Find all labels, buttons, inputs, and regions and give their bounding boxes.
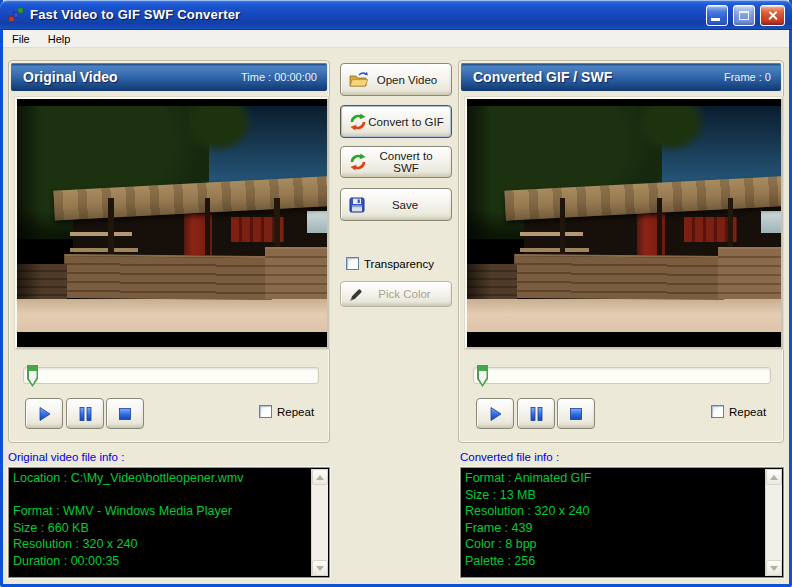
scrollbar[interactable] [765, 469, 782, 576]
repeat-checkbox-row: Repeat [711, 405, 766, 418]
slider-thumb[interactable] [27, 365, 38, 387]
info-line: Palette : 256 [465, 553, 763, 570]
info-line [13, 487, 309, 504]
slider-thumb-face [479, 367, 487, 385]
repeat-checkbox-row: Repeat [259, 405, 314, 418]
convert-to-swf-button[interactable]: Convert to SWF [340, 146, 452, 178]
scene-trees [640, 105, 709, 155]
original-video-panel: Original Video Time : 00:00:00 [8, 60, 330, 443]
maximize-icon [739, 11, 749, 20]
info-line: Frame : 439 [465, 520, 763, 537]
pick-color-label: Pick Color [364, 288, 451, 300]
original-info-text: Location : C:\My_Video\bottleopener.wmv … [13, 470, 309, 575]
video-scene [467, 99, 781, 347]
stop-icon [569, 407, 583, 421]
video-scene [17, 99, 327, 347]
slider-thumb[interactable] [477, 365, 488, 387]
stop-icon [118, 407, 132, 421]
convert-arrows-icon [349, 113, 367, 131]
repeat-label: Repeat [277, 406, 314, 418]
scene-post [108, 198, 114, 260]
menu-bar: File Help [3, 30, 789, 48]
pause-button[interactable] [517, 398, 555, 429]
scrollbar-track[interactable] [312, 485, 328, 560]
stop-button[interactable] [106, 398, 144, 429]
pause-button[interactable] [66, 398, 104, 429]
minimize-icon [711, 18, 720, 21]
save-floppy-icon [349, 197, 365, 213]
save-button[interactable]: Save [340, 188, 452, 221]
maximize-button[interactable] [733, 5, 755, 26]
scene-shelf [520, 232, 583, 236]
slider-thumb-face [29, 367, 37, 385]
menu-file[interactable]: File [3, 31, 39, 47]
scene-letterbox-bottom [17, 332, 327, 347]
scroll-up-button[interactable] [766, 469, 782, 485]
scene-fence [63, 254, 271, 300]
original-video-preview [15, 97, 329, 349]
close-button[interactable] [760, 5, 785, 26]
repeat-checkbox[interactable] [711, 405, 724, 418]
scene-letterbox-bottom [467, 332, 781, 347]
info-line: Color : 8 bpp [465, 536, 763, 553]
info-line: Size : 13 MB [465, 487, 763, 504]
play-icon [487, 406, 504, 422]
chevron-up-icon [770, 475, 778, 480]
info-line: Duration : 00:00:35 [13, 553, 309, 570]
converted-panel: Converted GIF / SWF Frame : 0 [458, 60, 784, 443]
scene-fence [718, 247, 781, 299]
open-folder-icon [349, 71, 369, 88]
minimize-button[interactable] [706, 5, 728, 26]
scene-post [560, 198, 566, 260]
original-info-label: Original video file info : [8, 451, 124, 463]
pause-icon [529, 406, 544, 422]
convert-to-gif-button[interactable]: Convert to GIF [340, 105, 452, 138]
pick-color-button[interactable]: Pick Color [340, 281, 452, 307]
scene-letterbox-top [467, 99, 781, 106]
scene-trees [188, 105, 256, 155]
original-video-header: Original Video Time : 00:00:00 [11, 63, 327, 91]
converted-info-label: Converted file info : [460, 451, 559, 463]
scene-vignette [467, 105, 492, 298]
scrollbar[interactable] [311, 469, 328, 576]
seek-slider[interactable] [23, 367, 319, 384]
app-icon [8, 7, 24, 23]
converted-header: Converted GIF / SWF Frame : 0 [461, 63, 781, 91]
frame-counter: Frame : 0 [724, 71, 771, 83]
repeat-checkbox[interactable] [259, 405, 272, 418]
scroll-down-button[interactable] [766, 560, 782, 576]
chevron-down-icon [316, 566, 324, 571]
open-video-label: Open Video [369, 74, 451, 86]
repeat-label: Repeat [729, 406, 766, 418]
scrollbar-track[interactable] [766, 485, 782, 560]
scene-light-patch [761, 211, 781, 233]
scene-shelf [70, 232, 132, 236]
info-line: Size : 660 KB [13, 520, 309, 537]
scene-shelf [520, 248, 589, 252]
stop-button[interactable] [557, 398, 595, 429]
play-button[interactable] [476, 398, 514, 429]
info-line: Resolution : 320 x 240 [13, 536, 309, 553]
scene-sand [17, 299, 327, 334]
open-video-button[interactable]: Open Video [340, 63, 452, 96]
info-line: Format : Animated GIF [465, 470, 763, 487]
convert-to-swf-label: Convert to SWF [367, 150, 451, 174]
converted-info-text: Format : Animated GIFSize : 13 MBResolut… [465, 470, 763, 575]
play-button[interactable] [25, 398, 63, 429]
title-bar: Fast Video to GIF SWF Converter [0, 0, 792, 30]
play-icon [36, 406, 53, 422]
scene-vignette [17, 105, 42, 298]
converted-video-preview [465, 97, 783, 349]
menu-help[interactable]: Help [39, 31, 80, 47]
scene-post [205, 198, 210, 260]
scene-fence [265, 247, 327, 299]
scene-letterbox-top [17, 99, 327, 106]
seek-slider[interactable] [473, 367, 771, 384]
transparency-checkbox-row: Transparency [346, 257, 434, 270]
info-line: Format : WMV - Windows Media Player [13, 503, 309, 520]
info-line: Location : C:\My_Video\bottleopener.wmv [13, 470, 309, 487]
scroll-down-button[interactable] [312, 560, 328, 576]
transparency-checkbox[interactable] [346, 257, 359, 270]
scroll-up-button[interactable] [312, 469, 328, 485]
panel-title: Converted GIF / SWF [473, 69, 612, 85]
